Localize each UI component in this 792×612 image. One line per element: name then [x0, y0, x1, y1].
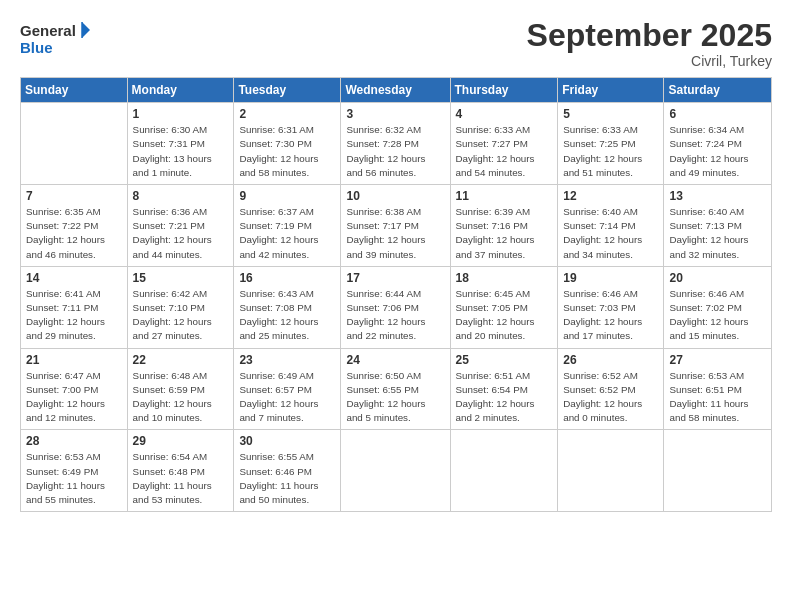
day-info: Sunrise: 6:34 AM Sunset: 7:24 PM Dayligh… [669, 123, 766, 180]
day-info: Sunrise: 6:46 AM Sunset: 7:02 PM Dayligh… [669, 287, 766, 344]
col-wednesday: Wednesday [341, 78, 450, 103]
day-info: Sunrise: 6:53 AM Sunset: 6:51 PM Dayligh… [669, 369, 766, 426]
day-info: Sunrise: 6:33 AM Sunset: 7:25 PM Dayligh… [563, 123, 658, 180]
table-row: 20Sunrise: 6:46 AM Sunset: 7:02 PM Dayli… [664, 266, 772, 348]
day-info: Sunrise: 6:47 AM Sunset: 7:00 PM Dayligh… [26, 369, 122, 426]
day-info: Sunrise: 6:50 AM Sunset: 6:55 PM Dayligh… [346, 369, 444, 426]
col-friday: Friday [558, 78, 664, 103]
day-number: 24 [346, 353, 444, 367]
table-row: 15Sunrise: 6:42 AM Sunset: 7:10 PM Dayli… [127, 266, 234, 348]
table-row: 8Sunrise: 6:36 AM Sunset: 7:21 PM Daylig… [127, 185, 234, 267]
table-row: 28Sunrise: 6:53 AM Sunset: 6:49 PM Dayli… [21, 430, 128, 512]
table-row: 24Sunrise: 6:50 AM Sunset: 6:55 PM Dayli… [341, 348, 450, 430]
day-info: Sunrise: 6:52 AM Sunset: 6:52 PM Dayligh… [563, 369, 658, 426]
day-number: 23 [239, 353, 335, 367]
day-number: 16 [239, 271, 335, 285]
day-number: 9 [239, 189, 335, 203]
calendar-week-3: 21Sunrise: 6:47 AM Sunset: 7:00 PM Dayli… [21, 348, 772, 430]
day-info: Sunrise: 6:39 AM Sunset: 7:16 PM Dayligh… [456, 205, 553, 262]
table-row: 23Sunrise: 6:49 AM Sunset: 6:57 PM Dayli… [234, 348, 341, 430]
table-row: 21Sunrise: 6:47 AM Sunset: 7:00 PM Dayli… [21, 348, 128, 430]
day-number: 11 [456, 189, 553, 203]
svg-marker-2 [82, 22, 90, 38]
table-row: 30Sunrise: 6:55 AM Sunset: 6:46 PM Dayli… [234, 430, 341, 512]
table-row: 27Sunrise: 6:53 AM Sunset: 6:51 PM Dayli… [664, 348, 772, 430]
col-saturday: Saturday [664, 78, 772, 103]
table-row [558, 430, 664, 512]
day-number: 5 [563, 107, 658, 121]
day-number: 15 [133, 271, 229, 285]
day-number: 17 [346, 271, 444, 285]
table-row [450, 430, 558, 512]
calendar-week-4: 28Sunrise: 6:53 AM Sunset: 6:49 PM Dayli… [21, 430, 772, 512]
table-row: 7Sunrise: 6:35 AM Sunset: 7:22 PM Daylig… [21, 185, 128, 267]
day-number: 27 [669, 353, 766, 367]
day-number: 7 [26, 189, 122, 203]
table-row: 13Sunrise: 6:40 AM Sunset: 7:13 PM Dayli… [664, 185, 772, 267]
day-info: Sunrise: 6:38 AM Sunset: 7:17 PM Dayligh… [346, 205, 444, 262]
day-number: 6 [669, 107, 766, 121]
table-row: 25Sunrise: 6:51 AM Sunset: 6:54 PM Dayli… [450, 348, 558, 430]
page: General Blue September 2025 Civril, Turk… [0, 0, 792, 612]
day-info: Sunrise: 6:42 AM Sunset: 7:10 PM Dayligh… [133, 287, 229, 344]
col-monday: Monday [127, 78, 234, 103]
table-row: 26Sunrise: 6:52 AM Sunset: 6:52 PM Dayli… [558, 348, 664, 430]
day-number: 10 [346, 189, 444, 203]
day-info: Sunrise: 6:33 AM Sunset: 7:27 PM Dayligh… [456, 123, 553, 180]
col-sunday: Sunday [21, 78, 128, 103]
day-number: 29 [133, 434, 229, 448]
calendar-table: Sunday Monday Tuesday Wednesday Thursday… [20, 77, 772, 512]
table-row: 18Sunrise: 6:45 AM Sunset: 7:05 PM Dayli… [450, 266, 558, 348]
day-info: Sunrise: 6:36 AM Sunset: 7:21 PM Dayligh… [133, 205, 229, 262]
day-info: Sunrise: 6:45 AM Sunset: 7:05 PM Dayligh… [456, 287, 553, 344]
day-info: Sunrise: 6:30 AM Sunset: 7:31 PM Dayligh… [133, 123, 229, 180]
day-number: 26 [563, 353, 658, 367]
table-row: 9Sunrise: 6:37 AM Sunset: 7:19 PM Daylig… [234, 185, 341, 267]
day-number: 22 [133, 353, 229, 367]
table-row [664, 430, 772, 512]
header: General Blue September 2025 Civril, Turk… [20, 18, 772, 69]
table-row: 6Sunrise: 6:34 AM Sunset: 7:24 PM Daylig… [664, 103, 772, 185]
day-info: Sunrise: 6:40 AM Sunset: 7:14 PM Dayligh… [563, 205, 658, 262]
table-row: 4Sunrise: 6:33 AM Sunset: 7:27 PM Daylig… [450, 103, 558, 185]
day-info: Sunrise: 6:48 AM Sunset: 6:59 PM Dayligh… [133, 369, 229, 426]
day-number: 2 [239, 107, 335, 121]
day-info: Sunrise: 6:31 AM Sunset: 7:30 PM Dayligh… [239, 123, 335, 180]
day-info: Sunrise: 6:37 AM Sunset: 7:19 PM Dayligh… [239, 205, 335, 262]
table-row: 5Sunrise: 6:33 AM Sunset: 7:25 PM Daylig… [558, 103, 664, 185]
day-number: 13 [669, 189, 766, 203]
table-row: 16Sunrise: 6:43 AM Sunset: 7:08 PM Dayli… [234, 266, 341, 348]
day-number: 3 [346, 107, 444, 121]
day-number: 28 [26, 434, 122, 448]
day-info: Sunrise: 6:51 AM Sunset: 6:54 PM Dayligh… [456, 369, 553, 426]
col-tuesday: Tuesday [234, 78, 341, 103]
table-row: 1Sunrise: 6:30 AM Sunset: 7:31 PM Daylig… [127, 103, 234, 185]
location: Civril, Turkey [527, 53, 772, 69]
table-row: 2Sunrise: 6:31 AM Sunset: 7:30 PM Daylig… [234, 103, 341, 185]
day-info: Sunrise: 6:54 AM Sunset: 6:48 PM Dayligh… [133, 450, 229, 507]
svg-text:Blue: Blue [20, 39, 53, 56]
day-info: Sunrise: 6:32 AM Sunset: 7:28 PM Dayligh… [346, 123, 444, 180]
table-row: 10Sunrise: 6:38 AM Sunset: 7:17 PM Dayli… [341, 185, 450, 267]
day-number: 8 [133, 189, 229, 203]
day-info: Sunrise: 6:53 AM Sunset: 6:49 PM Dayligh… [26, 450, 122, 507]
day-number: 1 [133, 107, 229, 121]
day-number: 30 [239, 434, 335, 448]
table-row: 22Sunrise: 6:48 AM Sunset: 6:59 PM Dayli… [127, 348, 234, 430]
table-row: 19Sunrise: 6:46 AM Sunset: 7:03 PM Dayli… [558, 266, 664, 348]
calendar-week-0: 1Sunrise: 6:30 AM Sunset: 7:31 PM Daylig… [21, 103, 772, 185]
calendar-week-2: 14Sunrise: 6:41 AM Sunset: 7:11 PM Dayli… [21, 266, 772, 348]
table-row: 29Sunrise: 6:54 AM Sunset: 6:48 PM Dayli… [127, 430, 234, 512]
day-number: 12 [563, 189, 658, 203]
day-number: 18 [456, 271, 553, 285]
day-info: Sunrise: 6:40 AM Sunset: 7:13 PM Dayligh… [669, 205, 766, 262]
day-info: Sunrise: 6:55 AM Sunset: 6:46 PM Dayligh… [239, 450, 335, 507]
day-info: Sunrise: 6:35 AM Sunset: 7:22 PM Dayligh… [26, 205, 122, 262]
col-thursday: Thursday [450, 78, 558, 103]
day-info: Sunrise: 6:43 AM Sunset: 7:08 PM Dayligh… [239, 287, 335, 344]
table-row [341, 430, 450, 512]
day-number: 21 [26, 353, 122, 367]
table-row: 11Sunrise: 6:39 AM Sunset: 7:16 PM Dayli… [450, 185, 558, 267]
day-info: Sunrise: 6:49 AM Sunset: 6:57 PM Dayligh… [239, 369, 335, 426]
month-title: September 2025 [527, 18, 772, 53]
